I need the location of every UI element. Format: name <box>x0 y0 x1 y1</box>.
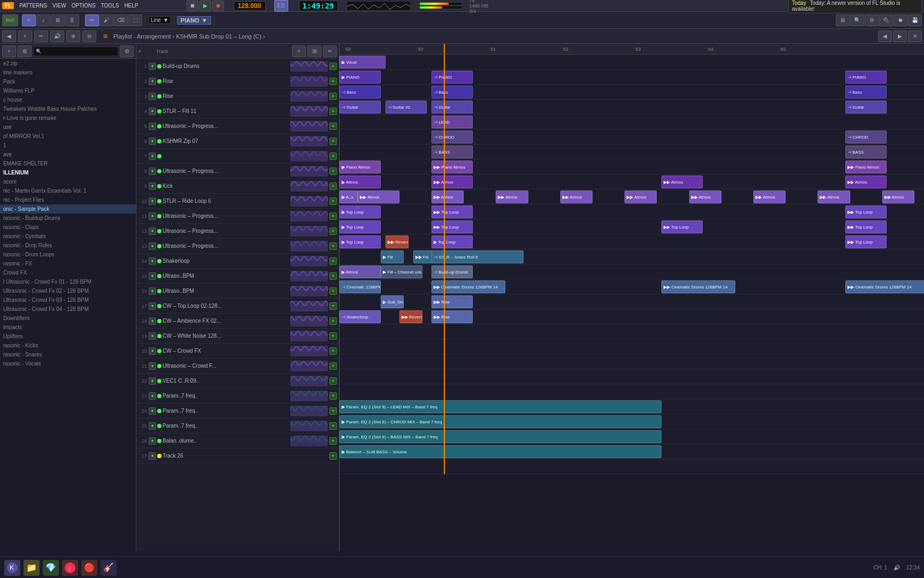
playlist-close[interactable]: ✕ <box>908 31 922 42</box>
magnet-btn[interactable]: 🔊 <box>50 31 64 42</box>
left-item-snares[interactable]: rasonic - Snares <box>0 350 136 359</box>
track-row-9[interactable]: 10 ♦ STLR – Ride Loop 6 + <box>136 194 339 209</box>
track-row-22[interactable]: 23 ♦ Param..7 freq.. + <box>136 389 339 404</box>
arrangement-area[interactable]: 59 60 61 62 63 64 65 ▶ Vocal ▶ PIANO <box>340 44 924 551</box>
snap-btn[interactable]: ⊞ <box>836 14 850 26</box>
clip-26-0[interactable]: ▶ Balance – SUB BASS – Volume <box>340 445 661 458</box>
clip-8-2[interactable]: ▶▶ Atmos <box>661 176 703 188</box>
left-item-1[interactable]: 1 <box>0 141 136 150</box>
clip-10-0[interactable]: ▶ Top Loop <box>340 206 381 218</box>
arr-track-12[interactable]: ▶ Top Loop ▶▶ Reverse FX ▶ Top Loop ▶▶ T… <box>340 234 924 249</box>
arr-track-3[interactable]: ⊣ Guitar ⊣ Guitar #2 ⊣ Guitar ⊣ Guitar <box>340 100 924 115</box>
left-item-use[interactable]: use <box>0 123 136 132</box>
track-mute-0[interactable]: ♦ <box>149 63 156 70</box>
track-row-2[interactable]: 3 ♦ Rise + <box>136 89 339 104</box>
arr-track-9[interactable]: ▶ A..s ▶▶ Atmos ▶▶ Atmos ▶▶ Atmos ▶▶ Atm… <box>340 189 924 204</box>
arr-track-5[interactable]: ⊣ CHROD ⊣ CHROD <box>340 130 924 144</box>
track-row-10[interactable]: 11 ♦ Ultrasonic – Progress... + <box>136 209 339 224</box>
clip-9-8[interactable]: ▶▶ Atmos <box>818 191 850 203</box>
clip-17-2[interactable]: ▶▶ Rise <box>432 310 473 323</box>
clip-3-1[interactable]: ⊣ Guitar #2 <box>386 101 427 113</box>
left-item-crowd4[interactable]: Ultrasonic - Crowd Fx 04 - 128 BPM <box>0 305 136 314</box>
playlist-nav-right[interactable]: ▶ <box>893 31 907 42</box>
track-row-25[interactable]: 26 ♦ Balan..olume.. + <box>136 434 339 448</box>
clip-7-1[interactable]: ▶▶ Piano Atmos <box>432 161 473 173</box>
clip-6-1[interactable]: ⊣ BASS <box>845 146 887 158</box>
arr-track-0[interactable]: ▶ Vocal <box>340 55 924 70</box>
playlist-nav-left[interactable]: ◀ <box>878 31 892 42</box>
clip-9-3[interactable]: ▶▶ Atmos <box>496 191 528 203</box>
clip-9-2[interactable]: ▶▶ Atmos <box>432 191 464 203</box>
mixer-btn[interactable]: 🎚 <box>65 14 79 26</box>
arr-track-18[interactable] <box>340 324 924 339</box>
track-mute-25[interactable]: ♦ <box>149 437 156 445</box>
clip-15-1[interactable]: ▶▶ Cinematic Drums 128BPM 14 <box>432 280 505 293</box>
track-add-3[interactable]: + <box>329 108 337 115</box>
track-row-23[interactable]: 24 ♦ Param..7 freq.. + <box>136 404 339 419</box>
left-item-crowd3[interactable]: Ultrasonic - Crowd Fx 03 - 128 BPM <box>0 295 136 305</box>
clip-16-1[interactable]: ▶▶ Rise <box>432 295 473 308</box>
left-item-project[interactable]: nic - Project Files <box>0 195 136 204</box>
clip-8-1[interactable]: ▶▶ Atmos <box>432 176 473 188</box>
track-mute-3[interactable]: ♦ <box>149 108 156 115</box>
clip-1-0[interactable]: ▶ PIANO <box>340 71 381 83</box>
left-item-buildup[interactable]: rasonic - Buildup Drums <box>0 214 136 223</box>
clip-8-0[interactable]: ▶ Atmos <box>340 176 381 188</box>
left-item-impacts[interactable]: Impacts <box>0 323 136 332</box>
track-mute-4[interactable]: ♦ <box>149 123 156 130</box>
track-add-20[interactable]: + <box>329 362 337 370</box>
left-settings-btn[interactable]: ⚙ <box>120 45 134 57</box>
clip-24-0[interactable]: ▶ Param. EQ 2 (Slot 8) – CHROD MIX – Ban… <box>340 415 661 428</box>
arr-track-13[interactable]: ▶ Fill ▶▶ Fill ⊣ STLR – Snare Roll 8 <box>340 249 924 264</box>
track-mute-14[interactable]: ♦ <box>149 272 156 280</box>
clip-12-0[interactable]: ▶ Top Loop <box>340 235 381 248</box>
channel-selector[interactable]: PIANO ▼ <box>177 16 211 25</box>
menu-help[interactable]: HELP <box>124 3 138 9</box>
track-add-16[interactable]: + <box>329 302 337 310</box>
clip-1-1[interactable]: ⊣ PIANO <box>432 71 473 83</box>
zoom-in-btn[interactable]: ⊕ <box>66 31 80 42</box>
playlist-btn[interactable]: ≡ <box>22 14 36 26</box>
menu-options[interactable]: OPTIONS <box>72 3 96 9</box>
clip-12-2[interactable]: ▶ Top Loop <box>432 235 473 248</box>
clip-10-2[interactable]: ▶▶ Top Loop <box>845 206 887 218</box>
track-mute-22[interactable]: ♦ <box>149 392 156 400</box>
left-item-uplifters[interactable]: Uplifters <box>0 332 136 341</box>
menu-tools[interactable]: TOOLS <box>101 3 119 9</box>
play-btn[interactable]: ▶ <box>199 1 211 11</box>
arr-track-4[interactable]: ⊣ LEAD <box>340 115 924 130</box>
clip-5-1[interactable]: ⊣ CHROD <box>845 131 887 143</box>
clip-11-0[interactable]: ▶ Top Loop <box>340 220 381 233</box>
track-mute-2[interactable]: ♦ <box>149 93 156 100</box>
clip-15-3[interactable]: ▶▶ Cinematic Drums 128BPM 14 <box>845 280 924 293</box>
clip-16-0[interactable]: ▶ Sub_Drop <box>381 295 404 308</box>
arr-track-15[interactable]: ⊣ Cinemati..128BPM 14 ▶▶ Cinematic Drums… <box>340 279 924 294</box>
taskbar-icon-5[interactable]: 🎸 <box>101 560 117 576</box>
arr-track-11[interactable]: ▶ Top Loop ▶▶ Top Loop ▶▶ Top Loop ▶▶ To… <box>340 219 924 234</box>
clip-11-2[interactable]: ▶▶ Top Loop <box>661 220 703 233</box>
track-add-0[interactable]: + <box>329 63 337 70</box>
arr-track-10[interactable]: ▶ Top Loop ▶▶ Top Loop ▶▶ Top Loop <box>340 204 924 219</box>
arr-track-25[interactable]: ▶ Param. EQ 2 (Slot 9) – BASS MIX – Band… <box>340 429 924 444</box>
track-row-16[interactable]: 17 ♦ CW – Top Loop 02-128... + <box>136 299 339 314</box>
arr-track-14[interactable]: ▶ Atmos ▶ Fill – Channel volume ⊣ Build-… <box>340 264 924 279</box>
left-item-drum-loops[interactable]: rasonic - Drum Loops <box>0 250 136 259</box>
arr-track-2[interactable]: ⊣ Bass ⊣ Bass ⊣ Bass <box>340 85 924 100</box>
arr-track-21[interactable] <box>340 369 924 384</box>
taskbar-icon-2[interactable]: 💎 <box>43 560 59 576</box>
arr-track-24[interactable]: ▶ Param. EQ 2 (Slot 8) – CHROD MIX – Ban… <box>340 414 924 429</box>
left-item-ocore[interactable]: ocore <box>0 177 136 186</box>
track-row-8[interactable]: 9 ♦ Kick + <box>136 179 339 194</box>
left-item-house[interactable]: c house <box>0 95 136 104</box>
left-item-downlifters[interactable]: Downlifters <box>0 314 136 323</box>
clip-1-2[interactable]: ⊣ PIANO <box>845 71 887 83</box>
arr-track-1[interactable]: ▶ PIANO ⊣ PIANO ⊣ PIANO <box>340 70 924 85</box>
record2-btn[interactable]: ⏺ <box>894 14 907 26</box>
track-add-9[interactable]: + <box>329 197 337 205</box>
track-mute-26[interactable]: ♦ <box>149 452 156 460</box>
clip-12-1[interactable]: ▶▶ Reverse FX <box>386 235 409 248</box>
arr-track-6[interactable]: ⊣ BASS ⊣ BASS <box>340 144 924 159</box>
left-item-mirror[interactable]: of MIRROR Vol.1 <box>0 132 136 141</box>
clip-12-3[interactable]: ▶▶ Top Loop <box>845 235 887 248</box>
taskbar-icon-3[interactable]: ♪ <box>62 560 78 576</box>
